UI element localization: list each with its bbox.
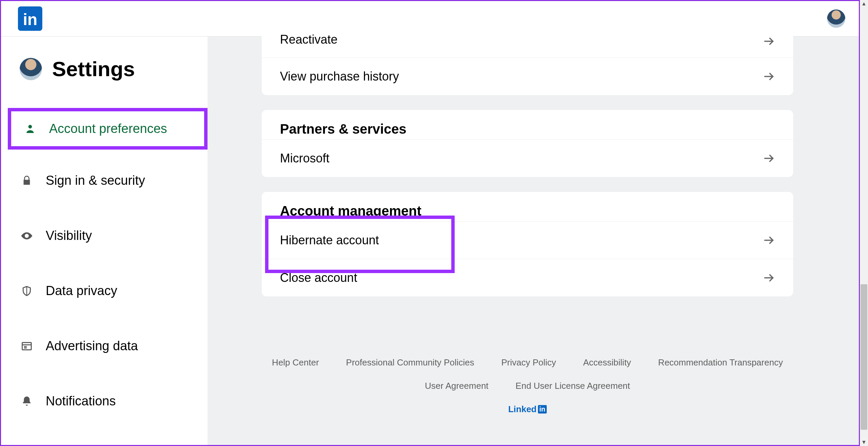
shield-icon xyxy=(20,284,34,298)
footer-logo-box: in xyxy=(538,405,547,414)
lock-icon xyxy=(20,174,34,187)
footer-link-help-center[interactable]: Help Center xyxy=(272,357,319,368)
row-label: Microsoft xyxy=(280,151,329,165)
scroll-thumb[interactable] xyxy=(861,284,867,430)
sidebar-item-label: Data privacy xyxy=(46,284,117,298)
avatar[interactable] xyxy=(827,9,845,28)
footer-link-eula[interactable]: End User License Agreement xyxy=(516,381,630,391)
arrow-right-icon xyxy=(763,35,775,47)
row-label: Hibernate account xyxy=(280,233,379,247)
scroll-down-icon[interactable]: ▼ xyxy=(861,439,867,446)
settings-row-hibernate-account[interactable]: Hibernate account xyxy=(262,221,793,259)
footer-link-community-policies[interactable]: Professional Community Policies xyxy=(346,357,474,368)
settings-row-purchase-history[interactable]: View purchase history xyxy=(262,58,793,95)
sidebar-item-label: Notifications xyxy=(46,394,116,408)
row-label: Close account xyxy=(280,271,357,285)
section-heading: Account management xyxy=(262,192,793,221)
avatar[interactable] xyxy=(20,58,42,80)
scroll-up-icon[interactable]: ▲ xyxy=(861,0,867,7)
page-title-group: Settings xyxy=(1,57,208,81)
footer-logo-text: Linked xyxy=(508,404,537,415)
section-heading: Partners & services xyxy=(262,110,793,139)
subscriptions-card: Reactivate View purchase history xyxy=(262,34,793,95)
bell-icon xyxy=(20,395,34,408)
footer-link-privacy-policy[interactable]: Privacy Policy xyxy=(501,357,556,368)
settings-row-microsoft[interactable]: Microsoft xyxy=(262,139,793,177)
arrow-right-icon xyxy=(763,234,775,246)
settings-row-close-account[interactable]: Close account xyxy=(262,259,793,296)
eye-icon xyxy=(20,229,34,243)
footer-link-user-agreement[interactable]: User Agreement xyxy=(425,381,489,391)
row-label: Reactivate xyxy=(280,34,338,47)
arrow-right-icon xyxy=(763,272,775,284)
row-label: View purchase history xyxy=(280,69,399,84)
vertical-scrollbar[interactable]: ▲ ▼ xyxy=(860,0,868,446)
sidebar-item-sign-in-security[interactable]: Sign in & security xyxy=(1,163,208,198)
sidebar-item-visibility[interactable]: Visibility xyxy=(1,218,208,253)
partners-services-card: Partners & services Microsoft xyxy=(262,110,793,177)
sidebar-item-account-preferences[interactable]: Account preferences xyxy=(11,115,204,143)
sidebar-item-label: Advertising data xyxy=(46,339,138,353)
linkedin-logo[interactable]: in xyxy=(18,6,42,31)
footer: Help Center Professional Community Polic… xyxy=(262,357,793,415)
sidebar-item-label: Visibility xyxy=(46,228,92,243)
person-icon xyxy=(23,122,37,136)
main-content: Reactivate View purchase history Partner… xyxy=(208,37,859,445)
sidebar-item-notifications[interactable]: Notifications xyxy=(1,384,208,419)
settings-row-reactivate[interactable]: Reactivate xyxy=(262,34,793,58)
footer-links-row: User Agreement End User License Agreemen… xyxy=(262,381,793,391)
global-header: in xyxy=(1,1,859,37)
newspaper-icon xyxy=(20,339,34,353)
settings-sidebar: Settings Account preferences Sign in & s… xyxy=(1,37,208,445)
sidebar-item-label: Sign in & security xyxy=(46,173,145,188)
arrow-right-icon xyxy=(763,70,775,83)
page-title: Settings xyxy=(52,57,135,81)
footer-links-row: Help Center Professional Community Polic… xyxy=(262,357,793,368)
highlight-annotation: Account preferences xyxy=(8,108,208,150)
footer-link-accessibility[interactable]: Accessibility xyxy=(583,357,631,368)
arrow-right-icon xyxy=(763,152,775,164)
sidebar-item-label: Account preferences xyxy=(49,121,167,136)
svg-point-0 xyxy=(28,125,32,129)
sidebar-item-advertising-data[interactable]: Advertising data xyxy=(1,329,208,363)
sidebar-item-data-privacy[interactable]: Data privacy xyxy=(1,273,208,308)
footer-link-recommendation-transparency[interactable]: Recommendation Transparency xyxy=(658,357,783,368)
account-management-card: Account management Hibernate account Clo… xyxy=(262,192,793,296)
linkedin-footer-logo[interactable]: Linked in xyxy=(508,404,547,415)
